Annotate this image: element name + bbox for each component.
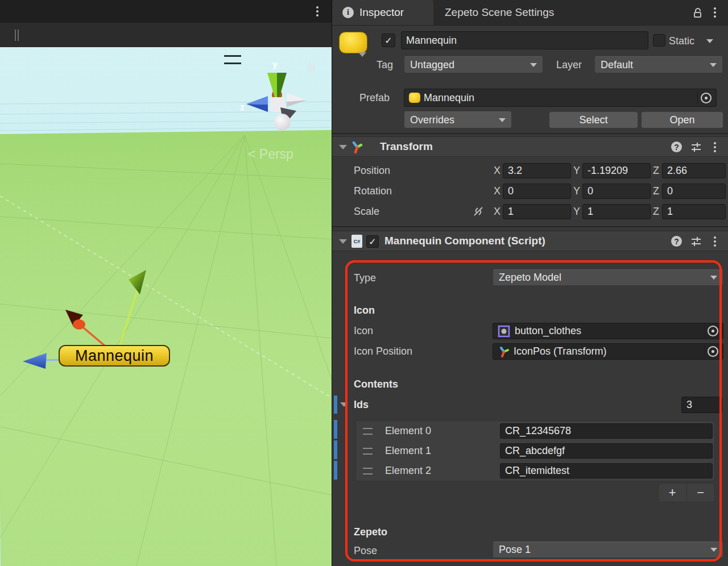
type-label: Type <box>354 272 376 284</box>
chevron-down-icon <box>499 118 506 122</box>
layer-label: Layer <box>556 59 582 71</box>
tab-zepeto-scene-settings[interactable]: Zepeto Scene Settings <box>435 0 577 25</box>
icon-object-field[interactable]: button_clothes <box>493 323 723 339</box>
inspector-pane: i Inspector Zepeto Scene Settings ✓ Mann… <box>332 0 728 566</box>
foldout-icon[interactable] <box>339 239 347 244</box>
gameobject-name-field[interactable]: Mannequin <box>401 31 648 49</box>
help-icon[interactable]: ? <box>671 236 682 247</box>
position-z-field[interactable]: 2.66 <box>662 163 726 178</box>
transform-title: Transform <box>380 140 433 153</box>
overrides-dropdown[interactable]: Overrides <box>404 111 512 128</box>
scene-viewport[interactable]: < Persp y z <box>0 47 332 566</box>
drag-handle-icon[interactable] <box>363 428 373 435</box>
selection-label: Mannequin <box>59 345 170 367</box>
lock-icon[interactable] <box>693 7 703 19</box>
element-label: Element 2 <box>385 465 482 477</box>
list-footer: + − <box>658 483 715 502</box>
rotation-x-field[interactable]: 0 <box>503 184 571 199</box>
ids-size-field[interactable]: 3 <box>681 397 722 413</box>
gameobject-name: Mannequin <box>406 35 457 47</box>
type-dropdown[interactable]: Zepeto Model <box>493 269 723 286</box>
component-menu-kebab-icon[interactable] <box>711 235 719 248</box>
ids-list: Element 0 CR_12345678 Element 1 CR_abcde… <box>355 421 715 481</box>
remove-element-button[interactable]: − <box>686 484 715 502</box>
element-0-field[interactable]: CR_12345678 <box>500 423 713 439</box>
object-picker-icon[interactable] <box>701 93 712 103</box>
add-element-button[interactable]: + <box>659 484 686 502</box>
scale-label: Scale <box>354 206 379 218</box>
tab-inspector[interactable]: i Inspector <box>332 0 433 25</box>
rotation-y-field[interactable]: 0 <box>582 184 651 199</box>
element-label: Element 1 <box>385 445 482 457</box>
tab-label: Inspector <box>359 6 404 19</box>
zepeto-section-header: Zepeto <box>354 526 387 538</box>
position-y-field[interactable]: -1.19209 <box>582 163 651 178</box>
thumbnail-expand-icon[interactable] <box>358 52 366 57</box>
rotation-label: Rotation <box>354 185 392 197</box>
script-component-header[interactable]: C# ✓ Mannequin Component (Script) ? <box>332 231 728 251</box>
component-menu-kebab-icon[interactable] <box>711 141 719 153</box>
ids-label: Ids <box>354 399 369 411</box>
element-2-field[interactable]: CR_itemidtest <box>500 463 713 478</box>
pose-dropdown[interactable]: Pose 1 <box>493 542 723 558</box>
active-checkbox[interactable]: ✓ <box>382 34 395 47</box>
z-axis-cone-icon[interactable] <box>246 96 268 105</box>
object-picker-icon[interactable] <box>708 346 718 357</box>
list-item[interactable]: Element 1 CR_abcdefgf <box>356 441 714 461</box>
sprite-icon <box>498 325 510 338</box>
move-gizmo-x-cone[interactable] <box>73 319 85 330</box>
toolbar-drag-handle[interactable] <box>15 30 20 41</box>
gizmo-center-ball[interactable] <box>274 114 291 131</box>
scene-menu-kebab-icon[interactable] <box>313 5 321 18</box>
inspector-menu-kebab-icon[interactable] <box>711 6 719 19</box>
grid-axis-dashed-line <box>0 196 332 398</box>
static-label: Static <box>669 35 694 47</box>
element-1-field[interactable]: CR_abcdefgf <box>500 443 713 459</box>
static-flags-chevron-icon[interactable] <box>706 39 713 43</box>
prefab-value: Mannequin <box>424 92 474 104</box>
link-broken-icon[interactable] <box>472 205 485 218</box>
layer-dropdown[interactable]: Default <box>594 56 723 73</box>
element-value: CR_itemidtest <box>505 465 569 477</box>
info-icon: i <box>342 7 354 18</box>
icon-position-object-field[interactable]: IconPos (Transform) <box>493 343 723 360</box>
list-item[interactable]: Element 2 CR_itemidtest <box>356 461 714 481</box>
help-icon[interactable]: ? <box>671 142 682 152</box>
foldout-icon[interactable] <box>339 145 347 149</box>
position-x-field[interactable]: 3.2 <box>503 163 571 178</box>
ids-foldout-icon[interactable] <box>340 402 348 407</box>
move-gizmo-y-cone[interactable] <box>129 270 146 294</box>
drag-handle-icon[interactable] <box>363 468 373 475</box>
object-picker-icon[interactable] <box>708 326 718 336</box>
static-checkbox[interactable] <box>653 34 665 47</box>
icon-position-value: IconPos (Transform) <box>514 346 606 357</box>
inspector-tabbar: i Inspector Zepeto Scene Settings <box>332 0 728 26</box>
scale-z-field[interactable]: 1 <box>662 204 726 219</box>
list-item[interactable]: Element 0 CR_12345678 <box>356 421 714 441</box>
presets-icon[interactable] <box>690 142 702 152</box>
drag-handle-icon[interactable] <box>363 448 373 455</box>
prefab-thumbnail-icon[interactable] <box>339 32 367 53</box>
scale-x-field[interactable]: 1 <box>503 204 571 219</box>
presets-icon[interactable] <box>690 236 702 247</box>
icon-value: button_clothes <box>515 325 581 337</box>
prefab-object-field[interactable]: Mannequin <box>404 89 717 107</box>
rotation-z-field[interactable]: 0 <box>662 184 726 199</box>
open-button[interactable]: Open <box>641 111 723 128</box>
orientation-gizmo[interactable]: y z <box>240 60 307 131</box>
component-enabled-checkbox[interactable]: ✓ <box>366 235 379 248</box>
move-gizmo-y-line[interactable] <box>118 286 139 351</box>
transform-header[interactable]: Transform ? <box>332 136 728 157</box>
icon-position-label: Icon Position <box>354 346 412 357</box>
move-gizmo-z-cone[interactable] <box>23 353 47 369</box>
axis-x-label: X <box>494 206 500 218</box>
axis-y-label: Y <box>573 185 580 197</box>
tab-label: Zepeto Scene Settings <box>445 6 554 19</box>
overlay-menu-icon[interactable] <box>224 55 241 64</box>
scene-titlebar <box>0 0 332 23</box>
select-button[interactable]: Select <box>549 111 638 128</box>
scale-y-field[interactable]: 1 <box>582 204 651 219</box>
tag-dropdown[interactable]: Untagged <box>404 56 543 73</box>
annotation-highlight-box <box>345 260 722 561</box>
tag-label: Tag <box>377 59 393 71</box>
